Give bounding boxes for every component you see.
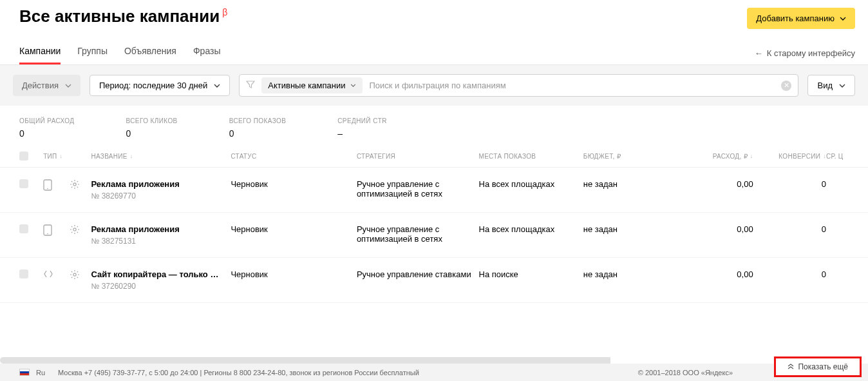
- stat-value: 0: [229, 128, 287, 139]
- svg-point-1: [47, 188, 48, 190]
- tab-ads[interactable]: Объявления: [124, 46, 176, 64]
- page-title-text: Все активные кампании: [19, 6, 220, 26]
- col-type[interactable]: ТИП↓: [43, 153, 70, 160]
- campaign-name: Реклама приложения: [91, 179, 220, 189]
- old-interface-link[interactable]: ← К старому интерфейсу: [755, 48, 855, 64]
- horizontal-scrollbar[interactable]: [0, 357, 610, 364]
- svg-point-2: [73, 183, 76, 186]
- table-row[interactable]: Реклама приложения№ 38269770ЧерновикРучн…: [0, 168, 868, 213]
- campaign-name-cell[interactable]: Сайт копирайтера — только п...№ 37260290: [91, 269, 231, 291]
- conversions-cell: 0: [753, 224, 826, 234]
- filter-icon: [246, 80, 255, 91]
- col-status[interactable]: СТАТУС: [231, 153, 356, 160]
- filter-chip-active-campaigns[interactable]: Активные кампании: [261, 77, 363, 93]
- sort-icon: ↓: [130, 153, 133, 159]
- tab-campaigns[interactable]: Кампании: [19, 46, 61, 64]
- gear-icon[interactable]: [70, 179, 91, 191]
- col-spend[interactable]: РАСХОД, ₽↓: [677, 153, 753, 160]
- double-chevron-up-icon: [788, 362, 794, 371]
- footer-contact: Москва +7 (495) 739-37-77, с 5:00 до 24:…: [58, 369, 419, 376]
- stat-avg-ctr: СРЕДНИЙ CTR –: [337, 117, 387, 139]
- strategy-cell: Ручное управление ставками: [357, 269, 479, 279]
- campaign-name-cell[interactable]: Реклама приложения№ 38275131: [91, 224, 231, 246]
- stat-value: 0: [126, 128, 177, 139]
- col-budget[interactable]: БЮДЖЕТ, ₽: [583, 153, 678, 160]
- gear-icon[interactable]: [70, 224, 91, 237]
- chevron-down-icon: [65, 84, 71, 88]
- col-strategy[interactable]: СТРАТЕГИЯ: [357, 153, 479, 160]
- svg-point-6: [73, 273, 76, 276]
- gear-icon[interactable]: [70, 269, 91, 282]
- stat-total-impressions: ВСЕГО ПОКАЗОВ 0: [229, 117, 287, 139]
- search-filter-box[interactable]: Активные кампании ✕: [239, 74, 798, 97]
- places-cell: На поиске: [479, 269, 583, 279]
- show-more-label: Показать ещё: [798, 362, 848, 371]
- table-row[interactable]: Реклама приложения№ 38275131ЧерновикРучн…: [0, 213, 868, 258]
- footer: Ru Москва +7 (495) 739-37-77, с 5:00 до …: [0, 364, 868, 381]
- beta-badge: β: [222, 7, 227, 17]
- row-checkbox[interactable]: [19, 224, 28, 233]
- code-icon: [43, 269, 70, 280]
- add-campaign-button[interactable]: Добавить кампанию: [747, 8, 855, 29]
- tabs: Кампании Группы Объявления Фразы: [19, 46, 221, 64]
- view-label: Вид: [817, 81, 833, 90]
- sort-icon: ↓: [60, 153, 63, 159]
- filter-chip-label: Активные кампании: [268, 81, 345, 90]
- campaign-id: № 38269770: [91, 191, 231, 200]
- stat-label: ОБЩИЙ РАСХОД: [19, 117, 74, 124]
- stat-total-clicks: ВСЕГО КЛИКОВ 0: [126, 117, 177, 139]
- flag-ru-icon: [19, 369, 30, 376]
- toolbar: Действия Период: последние 30 дней Актив…: [0, 65, 868, 106]
- chevron-down-icon: [350, 84, 356, 87]
- tab-groups[interactable]: Группы: [77, 46, 108, 64]
- chevron-down-icon: [214, 84, 220, 88]
- campaign-id: № 37260290: [91, 282, 231, 291]
- col-conversions[interactable]: КОНВЕРСИИ↓: [753, 153, 826, 160]
- period-button[interactable]: Период: последние 30 дней: [90, 75, 230, 96]
- mobile-icon: [43, 179, 70, 193]
- show-more-button[interactable]: Показать ещё: [774, 357, 862, 377]
- chevron-down-icon: [840, 17, 846, 21]
- budget-cell: не задан: [583, 269, 678, 279]
- svg-point-5: [73, 228, 76, 231]
- row-checkbox[interactable]: [19, 269, 28, 278]
- table-row[interactable]: Сайт копирайтера — только п...№ 37260290…: [0, 258, 868, 303]
- view-button[interactable]: Вид: [807, 75, 855, 96]
- col-name[interactable]: НАЗВАНИЕ↓: [91, 153, 231, 160]
- footer-copyright: © 2001–2018 ООО «Яндекс»: [638, 369, 733, 376]
- stat-label: СРЕДНИЙ CTR: [337, 117, 387, 124]
- stat-value: –: [337, 128, 387, 139]
- campaign-name: Реклама приложения: [91, 224, 220, 234]
- campaign-id: № 38275131: [91, 237, 231, 246]
- col-places[interactable]: МЕСТА ПОКАЗОВ: [479, 153, 583, 160]
- campaign-name: Сайт копирайтера — только п...: [91, 269, 220, 279]
- budget-cell: не задан: [583, 224, 678, 234]
- select-all-checkbox[interactable]: [19, 151, 28, 161]
- row-checkbox[interactable]: [19, 179, 28, 188]
- strategy-cell: Ручное управление с оптимизацией в сетях: [357, 224, 479, 244]
- budget-cell: не задан: [583, 179, 678, 189]
- spend-cell: 0,00: [677, 224, 753, 234]
- status-cell: Черновик: [231, 269, 356, 279]
- stat-label: ВСЕГО КЛИКОВ: [126, 117, 177, 124]
- stat-label: ВСЕГО ПОКАЗОВ: [229, 117, 287, 124]
- summary-stats: ОБЩИЙ РАСХОД 0 ВСЕГО КЛИКОВ 0 ВСЕГО ПОКА…: [0, 106, 868, 141]
- actions-label: Действия: [22, 81, 59, 90]
- search-input[interactable]: [369, 81, 775, 90]
- lang-label[interactable]: Ru: [36, 369, 45, 376]
- spend-cell: 0,00: [677, 269, 753, 279]
- strategy-cell: Ручное управление с оптимизацией в сетях: [357, 179, 479, 199]
- col-avg-price[interactable]: СР. Ц: [826, 153, 855, 160]
- svg-point-4: [47, 233, 48, 235]
- actions-button[interactable]: Действия: [13, 75, 80, 96]
- add-campaign-label: Добавить кампанию: [756, 14, 835, 23]
- mobile-icon: [43, 224, 70, 238]
- clear-search-icon[interactable]: ✕: [781, 81, 791, 91]
- campaign-name-cell[interactable]: Реклама приложения№ 38269770: [91, 179, 231, 200]
- stat-value: 0: [19, 128, 74, 139]
- stat-total-spend: ОБЩИЙ РАСХОД 0: [19, 117, 74, 139]
- tab-phrases[interactable]: Фразы: [193, 46, 221, 64]
- conversions-cell: 0: [753, 179, 826, 189]
- chevron-down-icon: [839, 84, 845, 88]
- places-cell: На всех площадках: [479, 179, 583, 189]
